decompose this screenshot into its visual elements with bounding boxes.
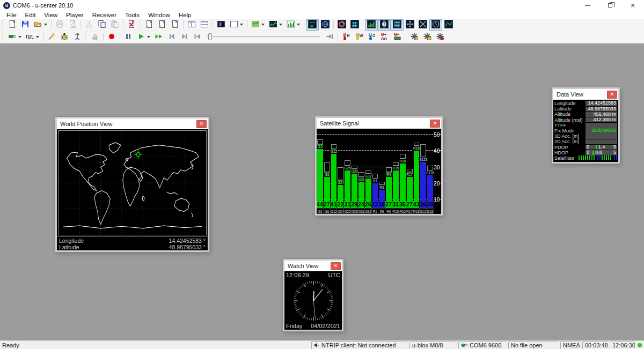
- dropdown-arrow-icon[interactable]: [18, 36, 21, 38]
- y-axis-tick-label: 40: [434, 147, 441, 154]
- satellite-id-row: G2G6G12G24G25G29G31G32R1R8R9R15R16R17R18…: [317, 208, 434, 214]
- dropdown-arrow-icon[interactable]: [36, 36, 39, 38]
- dock-horizontal-button[interactable]: [185, 19, 198, 31]
- view-xplot-icon: [419, 20, 427, 29]
- cold-start-button[interactable]: C: [365, 32, 378, 43]
- menu-item-window[interactable]: Window: [144, 11, 174, 19]
- clear-messages-button[interactable]: [125, 19, 138, 31]
- hot-start-button[interactable]: H: [340, 32, 353, 43]
- dock-vertical-button[interactable]: [198, 19, 211, 31]
- clear-x-icon: [127, 20, 136, 29]
- watch-view-button[interactable]: [378, 19, 391, 31]
- speaker-icon: [314, 343, 320, 348]
- menu-item-help[interactable]: Help: [174, 11, 196, 19]
- receiver-reset-button[interactable]: [71, 32, 84, 43]
- data-view-row: Latitude48.98795033 °: [554, 106, 617, 112]
- world-position-close-button[interactable]: ✕: [196, 120, 207, 128]
- deviation-view-button[interactable]: [335, 19, 348, 31]
- compass-view-button[interactable]: [404, 19, 416, 31]
- data-view-button[interactable]: [391, 19, 404, 31]
- import-database-2-button[interactable]: [156, 19, 169, 31]
- menu-item-edit[interactable]: Edit: [21, 11, 40, 19]
- xy-plot-view-button[interactable]: [416, 19, 429, 31]
- utc-time-status: 12:06:30: [610, 341, 635, 349]
- toolbar-separator: [51, 20, 52, 29]
- sky-view-button[interactable]: [319, 19, 332, 31]
- restore-button[interactable]: [599, 0, 621, 11]
- longitude-value: 14.42452583 °: [169, 237, 206, 244]
- satellite-signal-view-button[interactable]: [365, 19, 378, 31]
- binary-console-button[interactable]: X: [215, 19, 228, 31]
- receiver-connection-button[interactable]: [6, 32, 24, 43]
- svg-text:M+: M+: [394, 33, 399, 36]
- receiver-configuration-button[interactable]: [408, 32, 421, 43]
- new-file-button[interactable]: [6, 19, 19, 31]
- save-file-button[interactable]: [19, 19, 32, 31]
- step-back-button[interactable]: [165, 32, 178, 43]
- watch-view-title: Watch View: [288, 263, 318, 269]
- communication-rate-button[interactable]: [24, 32, 41, 43]
- import-database-3-button[interactable]: [169, 19, 181, 31]
- statistic-view-button[interactable]: [348, 19, 361, 31]
- data-view-row: Altitude (msl)412.300 m: [554, 117, 617, 123]
- menu-item-view[interactable]: View: [40, 11, 62, 19]
- signal-bar: [345, 166, 350, 202]
- world-position-view-button[interactable]: [306, 19, 319, 31]
- map-view-button[interactable]: [249, 19, 267, 31]
- watch-view-close-button[interactable]: ✕: [331, 262, 341, 270]
- dropdown-arrow-icon[interactable]: [44, 24, 47, 26]
- jump-to-start-button[interactable]: [191, 32, 204, 43]
- step-forward-button[interactable]: [178, 32, 191, 43]
- import-page-icon: [145, 20, 153, 29]
- menu-item-player[interactable]: Player: [62, 11, 88, 19]
- altitude-view-button[interactable]: [442, 19, 455, 31]
- text-console-button[interactable]: [228, 19, 245, 31]
- view-watch-icon: [380, 20, 389, 29]
- world-position-titlebar[interactable]: World Position View ✕: [57, 118, 208, 129]
- dropdown-arrow-icon[interactable]: [297, 24, 300, 26]
- close-button[interactable]: ✕: [621, 0, 644, 11]
- dropdown-arrow-icon[interactable]: [240, 24, 243, 26]
- debug-messages-button[interactable]: [58, 32, 71, 43]
- menu-item-tools[interactable]: Tools: [121, 11, 144, 19]
- histogram-view-button[interactable]: [284, 19, 302, 31]
- menu-item-file[interactable]: File: [2, 11, 21, 19]
- autobauding-button[interactable]: M+GO: [378, 32, 391, 43]
- file-configuration-button[interactable]: [421, 32, 434, 43]
- auto-configuration-button[interactable]: [45, 32, 58, 43]
- max-signal-ghost-bar: [338, 167, 343, 180]
- fast-forward-button[interactable]: [152, 32, 165, 43]
- dropdown-arrow-icon[interactable]: [261, 24, 265, 26]
- import-database-1-button[interactable]: [143, 19, 156, 31]
- copy-button[interactable]: [96, 19, 108, 31]
- data-view-row-label: TTFF: [554, 123, 586, 128]
- digital-time: 12:06:29: [286, 272, 309, 278]
- minimize-button[interactable]: [576, 0, 599, 11]
- u-center-logo-icon: u: [3, 2, 10, 9]
- dropdown-arrow-icon[interactable]: [147, 36, 150, 38]
- record-log-button[interactable]: [105, 32, 118, 43]
- satellite-signal-close-button[interactable]: ✕: [430, 120, 440, 128]
- watch-view-titlebar[interactable]: Watch View ✕: [284, 261, 342, 271]
- open-file-button[interactable]: [32, 19, 49, 31]
- pause-playback-button[interactable]: [122, 32, 135, 43]
- data-view-window: Data View ✕ Longitude14.42452583 °Latitu…: [552, 87, 620, 164]
- eject-log-button[interactable]: [89, 32, 101, 43]
- slider-thumb[interactable]: [208, 33, 212, 40]
- message-configuration-button[interactable]: [434, 32, 447, 43]
- satellite-signal-titlebar[interactable]: Satellite Signal ✕: [317, 118, 441, 129]
- warm-start-button[interactable]: W: [353, 32, 365, 43]
- play-log-button[interactable]: [135, 32, 152, 43]
- title-bar[interactable]: u COM6 - u-center 20.10 ✕: [0, 0, 644, 11]
- chart-view-button[interactable]: [267, 19, 284, 31]
- dropdown-arrow-icon[interactable]: [279, 24, 282, 26]
- menu-item-receiver[interactable]: Receiver: [88, 11, 121, 19]
- data-view-close-button[interactable]: ✕: [607, 91, 617, 99]
- add-logfile-marker-button[interactable]: M+: [391, 32, 404, 43]
- satellite-id-cell: R17: [406, 208, 413, 214]
- playback-position-slider[interactable]: [207, 32, 320, 42]
- world-map[interactable]: [58, 130, 207, 235]
- data-view-titlebar[interactable]: Data View ✕: [553, 89, 618, 100]
- jump-to-end-button[interactable]: [323, 32, 336, 43]
- clock-view-button[interactable]: [429, 19, 442, 31]
